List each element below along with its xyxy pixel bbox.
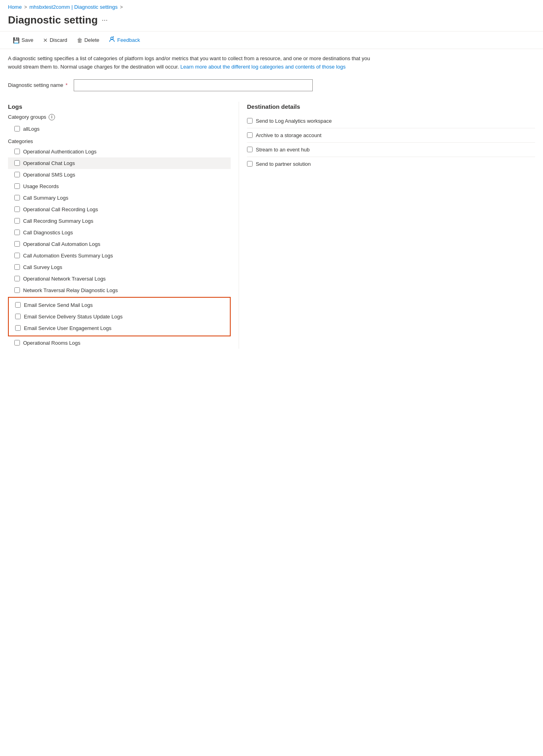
- category-groups-info-icon[interactable]: i: [49, 114, 55, 120]
- save-icon: 💾: [13, 37, 20, 43]
- all-logs-item[interactable]: allLogs: [8, 124, 231, 134]
- log-checkbox-16[interactable]: [14, 340, 20, 346]
- log-item[interactable]: Call Survey Logs: [8, 261, 231, 273]
- log-label-1: Operational Chat Logs: [23, 160, 75, 166]
- log-label-6: Call Recording Summary Logs: [23, 218, 93, 224]
- dest-checkbox-3[interactable]: [247, 161, 253, 167]
- log-label-email-2: Email Service Delivery Status Update Log…: [24, 314, 123, 320]
- log-item[interactable]: Operational Rooms Logs: [8, 337, 231, 349]
- name-field-row: Diagnostic setting name *: [8, 79, 535, 91]
- log-item-email-3[interactable]: Email Service User Engagement Logs: [9, 322, 230, 334]
- name-input[interactable]: [74, 79, 313, 91]
- log-item[interactable]: Operational Call Automation Logs: [8, 238, 231, 250]
- log-item[interactable]: Operational Authentication Logs: [8, 146, 231, 157]
- log-item-email-2[interactable]: Email Service Delivery Status Update Log…: [9, 311, 230, 322]
- log-checkbox-12[interactable]: [14, 287, 20, 293]
- logs-title: Logs: [8, 103, 231, 110]
- log-checkbox-7[interactable]: [14, 230, 20, 235]
- required-marker: *: [65, 82, 67, 88]
- log-checkbox-9[interactable]: [14, 253, 20, 258]
- page-title-ellipsis[interactable]: ···: [102, 16, 108, 24]
- log-checkbox-4[interactable]: [14, 195, 20, 200]
- dest-checkbox-0[interactable]: [247, 118, 253, 124]
- breadcrumb: Home > mhsbxtest2comm | Diagnostic setti…: [0, 0, 543, 12]
- page-title-area: Diagnostic setting ···: [0, 12, 543, 31]
- delete-button[interactable]: 🗑 Delete: [72, 35, 104, 46]
- email-group-box: Email Service Send Mail Logs Email Servi…: [8, 297, 231, 336]
- log-item[interactable]: Usage Records: [8, 181, 231, 192]
- log-checkbox-email-1[interactable]: [15, 302, 21, 308]
- dest-item-0[interactable]: Send to Log Analytics workspace: [247, 114, 535, 128]
- destination-title: Destination details: [247, 103, 535, 110]
- log-label-email-3: Email Service User Engagement Logs: [24, 325, 112, 331]
- dest-item-1[interactable]: Archive to a storage account: [247, 128, 535, 143]
- log-checkbox-3[interactable]: [14, 183, 20, 189]
- log-checkbox-5[interactable]: [14, 206, 20, 212]
- log-label-9: Call Automation Events Summary Logs: [23, 253, 113, 259]
- categories-label: Categories: [8, 138, 231, 144]
- dest-checkbox-1[interactable]: [247, 132, 253, 138]
- log-label-16: Operational Rooms Logs: [23, 340, 80, 346]
- toolbar: 💾 Save ✕ Discard 🗑 Delete Feedback: [0, 31, 543, 49]
- log-label-email-1: Email Service Send Mail Logs: [24, 302, 93, 308]
- page-title: Diagnostic setting: [8, 14, 98, 26]
- dest-label-0: Send to Log Analytics workspace: [256, 118, 332, 124]
- feedback-button[interactable]: Feedback: [104, 34, 145, 46]
- all-logs-checkbox[interactable]: [14, 126, 20, 132]
- log-checkbox-0[interactable]: [14, 149, 20, 154]
- main-grid: Logs Category groups i allLogs Categorie…: [0, 102, 543, 349]
- logs-section: Logs Category groups i allLogs Categorie…: [8, 102, 239, 349]
- log-label-8: Operational Call Automation Logs: [23, 241, 100, 247]
- all-logs-label: allLogs: [23, 126, 39, 132]
- log-checkbox-email-2[interactable]: [15, 314, 21, 319]
- discard-button[interactable]: ✕ Discard: [38, 35, 72, 46]
- log-label-2: Operational SMS Logs: [23, 172, 75, 178]
- description-area: A diagnostic setting specifies a list of…: [0, 49, 382, 75]
- log-item[interactable]: Call Recording Summary Logs: [8, 215, 231, 227]
- dest-item-3[interactable]: Send to partner solution: [247, 157, 535, 171]
- log-item-email-1[interactable]: Email Service Send Mail Logs: [9, 299, 230, 311]
- log-item[interactable]: Call Diagnostics Logs: [8, 227, 231, 238]
- log-label-11: Operational Network Traversal Logs: [23, 276, 106, 282]
- log-checkbox-6[interactable]: [14, 218, 20, 224]
- log-label-4: Call Summary Logs: [23, 195, 68, 201]
- log-item[interactable]: Operational Chat Logs: [8, 157, 231, 169]
- log-label-7: Call Diagnostics Logs: [23, 230, 73, 236]
- log-checkbox-1[interactable]: [14, 160, 20, 166]
- log-checkbox-email-3[interactable]: [15, 325, 21, 331]
- log-checkbox-8[interactable]: [14, 241, 20, 247]
- log-item[interactable]: Operational Network Traversal Logs: [8, 273, 231, 285]
- log-item[interactable]: Operational SMS Logs: [8, 169, 231, 181]
- dest-label-1: Archive to a storage account: [256, 132, 321, 138]
- learn-more-link[interactable]: Learn more about the different log categ…: [180, 64, 346, 70]
- destination-section: Destination details Send to Log Analytic…: [239, 102, 535, 349]
- log-label-3: Usage Records: [23, 183, 59, 189]
- discard-icon: ✕: [43, 37, 48, 43]
- log-label-10: Call Survey Logs: [23, 264, 62, 270]
- breadcrumb-sep2: >: [120, 4, 123, 10]
- breadcrumb-home[interactable]: Home: [8, 4, 22, 10]
- save-button[interactable]: 💾 Save: [8, 35, 38, 46]
- delete-icon: 🗑: [77, 37, 82, 43]
- dest-label-3: Send to partner solution: [256, 161, 311, 167]
- dest-label-2: Stream to an event hub: [256, 147, 310, 153]
- feedback-icon: [109, 36, 115, 44]
- log-item[interactable]: Operational Call Recording Logs: [8, 204, 231, 215]
- breadcrumb-parent[interactable]: mhsbxtest2comm | Diagnostic settings: [29, 4, 118, 10]
- log-item[interactable]: Call Automation Events Summary Logs: [8, 250, 231, 261]
- form-area: Diagnostic setting name *: [0, 75, 543, 102]
- log-label-5: Operational Call Recording Logs: [23, 206, 98, 212]
- dest-checkbox-2[interactable]: [247, 147, 253, 152]
- log-label-0: Operational Authentication Logs: [23, 149, 96, 155]
- name-label: Diagnostic setting name *: [8, 82, 67, 88]
- category-groups-label: Category groups i: [8, 114, 231, 120]
- svg-point-0: [111, 37, 113, 39]
- log-label-12: Network Traversal Relay Diagnostic Logs: [23, 287, 118, 293]
- dest-item-2[interactable]: Stream to an event hub: [247, 143, 535, 157]
- log-item[interactable]: Call Summary Logs: [8, 192, 231, 204]
- log-checkbox-2[interactable]: [14, 172, 20, 177]
- log-checkbox-11[interactable]: [14, 276, 20, 281]
- breadcrumb-sep1: >: [24, 4, 27, 10]
- log-item[interactable]: Network Traversal Relay Diagnostic Logs: [8, 285, 231, 296]
- log-checkbox-10[interactable]: [14, 264, 20, 270]
